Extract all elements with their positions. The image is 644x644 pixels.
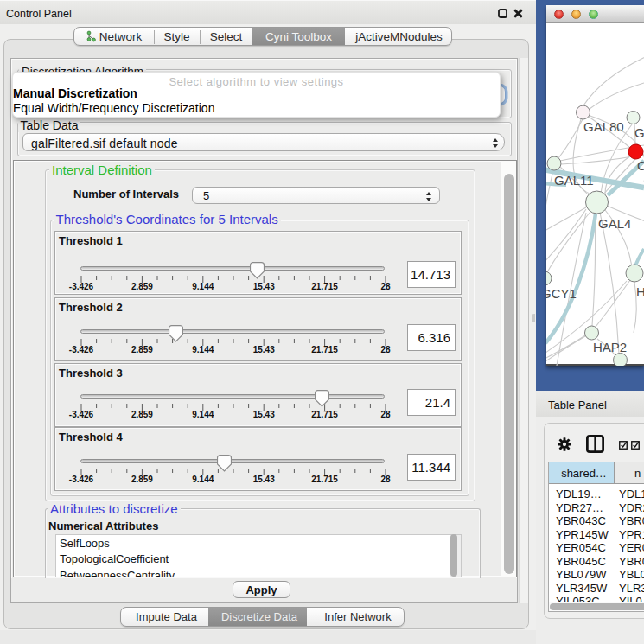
svg-text:C: C [637,158,644,173]
svg-text:HAP2: HAP2 [593,340,627,354]
svg-text:GAL4: GAL4 [598,216,631,231]
svg-text:H: H [636,284,644,299]
svg-text:GA: GA [634,125,644,140]
svg-text:GAL11: GAL11 [554,173,594,188]
svg-text:GCY1: GCY1 [546,286,577,301]
svg-text:GAL80: GAL80 [583,119,624,134]
